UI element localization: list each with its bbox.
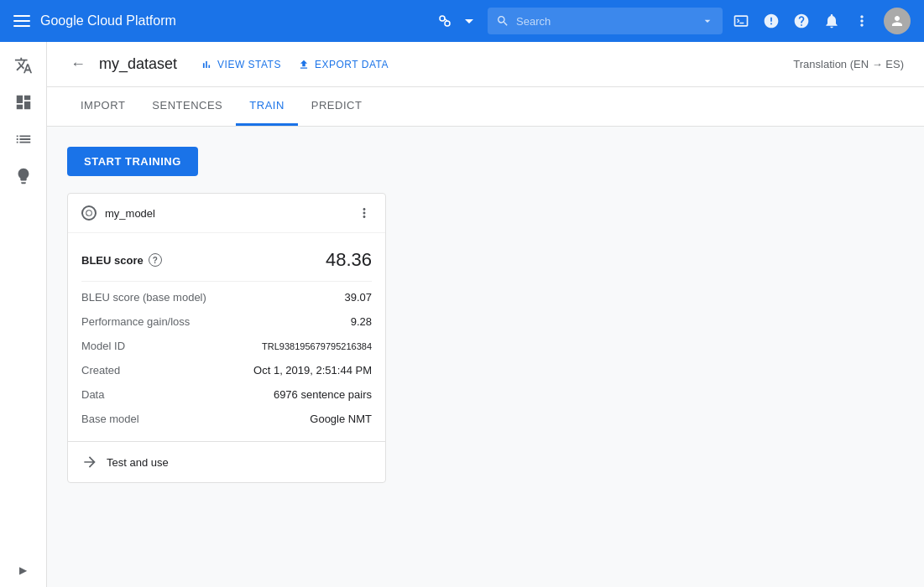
alert-icon[interactable] [763,13,780,29]
data-label: Data [81,388,104,401]
upload-icon [298,59,310,70]
bleu-base-label: BLEU score (base model) [81,291,206,304]
arrow-right-icon [81,454,98,470]
top-navigation-bar: Google Cloud Platform Search [0,0,924,42]
tab-sentences[interactable]: SENTENCES [138,87,236,126]
bar-chart-icon [201,59,212,70]
help-icon[interactable] [793,13,810,29]
more-options-icon[interactable] [854,13,870,29]
search-dropdown-icon[interactable] [701,14,714,28]
created-label: Created [81,364,120,377]
dropdown-arrow-icon[interactable] [461,13,478,29]
sidebar-bottom: ▶ [0,560,47,580]
svg-point-1 [445,21,450,26]
model-name-label: my_model [105,207,155,220]
page-header: ← my_dataset VIEW STATS EXPORT DATA Tran… [47,42,924,87]
content-area: ← my_dataset VIEW STATS EXPORT DATA Tran… [47,42,924,587]
hamburger-menu-button[interactable] [13,13,30,29]
created-row: Created Oct 1, 2019, 2:51:44 PM [81,358,372,382]
notifications-icon[interactable] [823,13,840,29]
model-card-header: my_model [68,194,385,233]
terminal-icon[interactable] [733,13,749,29]
sidebar-item-translate[interactable] [7,49,40,82]
test-and-use-label: Test and use [107,456,169,469]
model-name-row: my_model [81,205,155,221]
dataset-title: my_dataset [99,55,177,73]
sidebar-item-dashboard[interactable] [7,86,40,119]
user-avatar[interactable] [884,8,911,34]
sidebar-expand-button[interactable]: ▶ [0,560,47,580]
tab-predict[interactable]: PREDICT [298,87,376,126]
top-bar-actions [733,8,911,34]
model-id-value: TRL9381956797952163​84 [262,341,372,351]
bleu-score-row: BLEU score ? 48.36 [81,243,372,282]
base-model-row: Base model Google NMT [81,407,372,431]
base-model-label: Base model [81,413,139,425]
view-stats-button[interactable]: VIEW STATS [201,59,281,70]
model-card: my_model BLEU score ? [67,193,386,483]
data-row: Data 6976 sentence pairs [81,382,372,407]
model-status-icon [81,205,97,221]
search-icon [496,14,509,28]
sidebar-item-list[interactable] [7,122,40,156]
app-title: Google Cloud Platform [40,13,425,29]
bleu-score-value: 48.36 [326,249,372,271]
base-model-value: Google NMT [310,413,372,425]
sidebar: ▶ [0,42,47,587]
bleu-score-label: BLEU score ? [81,253,162,267]
bleu-help-icon[interactable]: ? [149,253,162,267]
model-options-button[interactable] [357,205,372,221]
perf-gain-value: 9.28 [351,315,372,328]
model-stats: BLEU score ? 48.36 BLEU score (base mode… [68,233,385,441]
header-actions: VIEW STATS EXPORT DATA [201,59,389,70]
model-id-row: Model ID TRL9381956797952163​84 [81,334,372,358]
start-training-button[interactable]: START TRAINING [67,147,198,176]
bleu-base-row: BLEU score (base model) 39.07 [81,285,372,309]
project-selector-icon[interactable] [436,12,454,30]
back-button[interactable]: ← [67,52,89,76]
data-value: 6976 sentence pairs [274,388,372,401]
translation-label: Translation (EN → ES) [793,58,904,70]
sidebar-item-lightbulb[interactable] [7,159,40,193]
perf-gain-label: Performance gain/loss [81,315,190,328]
svg-point-3 [86,210,92,216]
svg-point-0 [440,16,445,21]
tab-train[interactable]: TRAIN [236,87,298,126]
content-body: START TRAINING my_model [47,127,924,503]
created-value: Oct 1, 2019, 2:51:44 PM [253,364,372,377]
main-layout: ▶ ← my_dataset VIEW STATS EXPORT DATA [0,42,924,587]
bleu-base-value: 39.07 [344,291,372,304]
model-id-label: Model ID [81,340,125,352]
perf-gain-row: Performance gain/loss 9.28 [81,309,372,334]
tab-import[interactable]: IMPORT [67,87,138,126]
test-and-use-button[interactable]: Test and use [68,441,385,482]
search-placeholder: Search [516,15,551,28]
search-bar[interactable]: Search [488,8,723,34]
tabs-bar: IMPORT SENTENCES TRAIN PREDICT [47,87,924,127]
export-data-button[interactable]: EXPORT DATA [298,59,389,70]
